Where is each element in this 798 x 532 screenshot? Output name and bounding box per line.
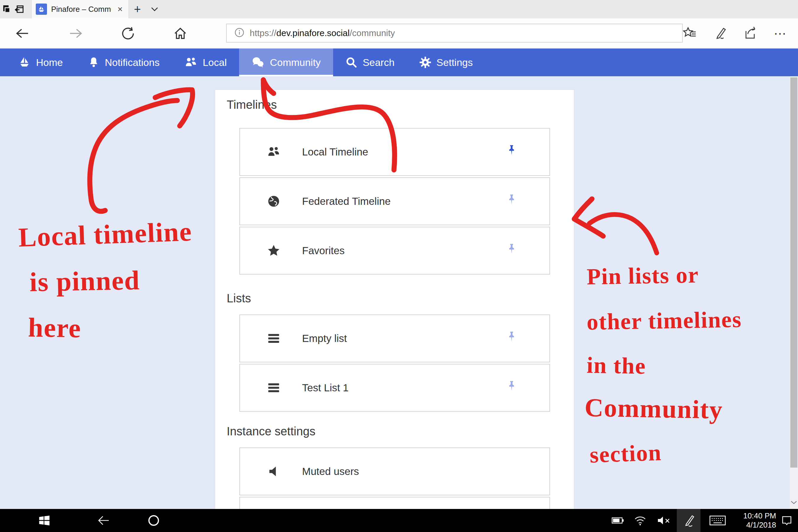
people-icon xyxy=(267,146,281,158)
url-path: /community xyxy=(350,28,395,38)
list-item-label: Test List 1 xyxy=(302,382,349,394)
list-item-label: Federated Timeline xyxy=(302,195,391,207)
url-bar[interactable]: https://dev.pinafore.social/community xyxy=(226,24,683,42)
tab-preview-icon[interactable] xyxy=(0,0,13,18)
pinafore-nav: Home Notifications Local Community Searc… xyxy=(0,49,798,76)
wifi-icon[interactable] xyxy=(632,509,648,532)
toolbar-right-icons: ⋯ xyxy=(683,18,798,49)
tab-close-icon[interactable]: × xyxy=(116,4,125,14)
nav-item-notifications[interactable]: Notifications xyxy=(75,49,172,76)
favorites-hub-icon[interactable] xyxy=(683,26,697,40)
nav-item-local[interactable]: Local xyxy=(172,49,239,76)
volume-muted-icon[interactable] xyxy=(655,509,673,532)
clock-date: 4/1/2018 xyxy=(746,520,776,530)
list-item-label: Favorites xyxy=(302,245,345,256)
list-item-muted-users[interactable]: Muted users xyxy=(240,448,550,495)
pin-icon-unpinned[interactable] xyxy=(506,331,517,346)
url-host: dev.pinafore.social xyxy=(276,28,350,38)
clock-time: 10:40 PM xyxy=(743,511,776,520)
pin-icon-pinned[interactable] xyxy=(506,144,517,159)
browser-toolbar: https://dev.pinafore.social/community ⋯ xyxy=(0,18,798,49)
browser-tab-strip: Pinafore – Community × + xyxy=(0,0,798,18)
list-item-empty-list[interactable]: Empty list xyxy=(240,315,550,362)
chat-bubbles-icon xyxy=(251,56,265,68)
tab-dropdown-chevron-icon[interactable] xyxy=(146,0,163,18)
start-button[interactable] xyxy=(36,509,53,532)
scrollbar-down-chevron-icon[interactable] xyxy=(790,501,798,504)
list-item-favorites[interactable]: Favorites xyxy=(240,227,550,274)
pinafore-favicon-icon xyxy=(36,3,47,15)
section-heading-timelines: Timelines xyxy=(227,98,574,111)
nav-item-home[interactable]: Home xyxy=(6,49,75,76)
nav-label: Home xyxy=(36,57,63,68)
pin-icon-unpinned[interactable] xyxy=(506,243,517,258)
cortana-icon[interactable] xyxy=(144,509,163,532)
forward-icon[interactable] xyxy=(64,18,88,49)
community-page: Timelines Local Timeline Federated Timel… xyxy=(0,76,798,509)
list-item-label: Muted users xyxy=(302,466,359,477)
nav-label: Search xyxy=(363,57,395,68)
nav-item-search[interactable]: Search xyxy=(333,49,407,76)
url-text: https://dev.pinafore.social/community xyxy=(250,28,395,38)
bell-icon xyxy=(88,56,100,69)
more-options-icon[interactable]: ⋯ xyxy=(774,26,787,41)
people-icon xyxy=(185,56,197,68)
windows-ink-pen-icon[interactable] xyxy=(677,509,701,532)
star-icon xyxy=(267,244,281,257)
new-tab-icon[interactable]: + xyxy=(129,0,146,18)
nav-label: Community xyxy=(270,57,321,68)
set-tabs-aside-icon[interactable] xyxy=(13,0,26,18)
url-scheme: https:// xyxy=(250,28,276,38)
web-note-pen-icon[interactable] xyxy=(714,26,727,40)
list-icon xyxy=(267,383,281,393)
site-info-icon[interactable] xyxy=(234,27,244,39)
community-card: Timelines Local Timeline Federated Timel… xyxy=(215,90,574,509)
section-heading-lists: Lists xyxy=(227,292,574,305)
refresh-icon[interactable] xyxy=(116,18,140,49)
back-icon[interactable] xyxy=(10,18,34,49)
section-heading-instance-settings: Instance settings xyxy=(227,425,574,438)
page-scrollbar[interactable] xyxy=(790,76,798,509)
scrollbar-thumb[interactable] xyxy=(790,77,797,468)
list-item-label: Empty list xyxy=(302,332,347,344)
mute-icon xyxy=(267,466,281,477)
battery-icon[interactable] xyxy=(609,509,626,532)
browser-tab[interactable]: Pinafore – Community × xyxy=(31,0,129,18)
list-item-federated-timeline[interactable]: Federated Timeline xyxy=(240,177,550,225)
list-icon xyxy=(267,334,281,343)
pin-icon-unpinned[interactable] xyxy=(506,194,517,209)
timelines-list: Local Timeline Federated Timeline xyxy=(240,128,550,274)
nav-label: Settings xyxy=(437,57,473,68)
instance-settings-list: Muted users xyxy=(240,448,550,509)
search-icon xyxy=(345,56,357,68)
nav-item-community[interactable]: Community xyxy=(239,49,333,76)
taskbar-back-icon[interactable] xyxy=(94,509,113,532)
list-item-label: Local Timeline xyxy=(302,146,368,158)
sailboat-icon xyxy=(18,56,31,69)
share-icon[interactable] xyxy=(744,26,757,40)
home-icon[interactable] xyxy=(169,18,192,49)
taskbar-clock[interactable]: 10:40 PM 4/1/2018 xyxy=(732,509,776,532)
touch-keyboard-icon[interactable] xyxy=(705,509,730,532)
nav-label: Notifications xyxy=(105,57,159,68)
list-item-partial[interactable] xyxy=(240,497,550,509)
tab-title: Pinafore – Community xyxy=(51,5,111,14)
nav-item-settings[interactable]: Settings xyxy=(407,49,485,76)
list-item-test-list-1[interactable]: Test List 1 xyxy=(240,364,550,412)
windows-taskbar: 10:40 PM 4/1/2018 xyxy=(0,509,798,532)
gear-icon xyxy=(419,56,431,68)
lists-list: Empty list Test List 1 xyxy=(240,315,550,412)
globe-icon xyxy=(267,195,281,208)
screen: Pinafore – Community × + https://dev.pin… xyxy=(0,0,798,532)
action-center-icon[interactable] xyxy=(778,509,796,532)
nav-label: Local xyxy=(203,57,227,68)
list-item-local-timeline[interactable]: Local Timeline xyxy=(240,128,550,176)
pin-icon-unpinned[interactable] xyxy=(506,380,517,396)
